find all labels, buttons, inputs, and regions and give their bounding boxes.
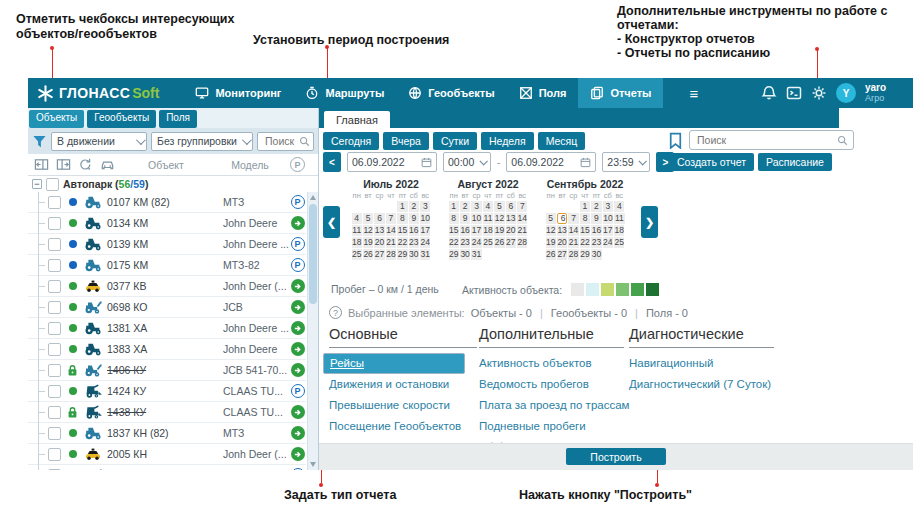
calendar-day[interactable]: 9 [460,213,470,224]
build-button[interactable]: Построить [566,448,666,465]
calendar-day[interactable]: 14 [568,225,578,236]
row-checkbox[interactable] [48,259,61,272]
calendar-day[interactable]: 27 [374,249,384,260]
row-checkbox[interactable] [48,280,61,293]
calendar-day[interactable]: 11 [614,213,624,224]
calendar-day[interactable]: 19 [363,237,373,248]
calendar-day[interactable]: 14 [386,225,396,236]
calendar-day[interactable]: 7 [568,213,578,224]
column-header-object[interactable]: Объект [122,159,210,171]
calendar-day[interactable]: 6 [374,213,384,224]
table-row[interactable]: 1424 КУCLAAS TU...P [28,381,306,402]
column-header-model[interactable]: Модель [217,159,283,171]
calendar-day[interactable]: 31 [420,249,430,260]
table-row[interactable]: 0139 КМJohn Deere ...P [28,234,306,255]
nav-item-0[interactable]: Мониторинг [183,78,293,108]
report-type-item[interactable]: Движения и остановки [329,374,477,395]
calendar-day[interactable]: 8 [397,213,407,224]
table-row[interactable]: 0107 КМ (82)МТЗP [28,192,306,213]
calendar-day[interactable]: 17 [603,225,613,236]
user-block[interactable]: yaro Агро [865,83,909,103]
row-checkbox[interactable] [48,343,61,356]
calendar-day[interactable]: 30 [460,249,470,260]
row-checkbox[interactable] [48,238,61,251]
table-row[interactable]: 0175 КММТЗ-82P [28,255,306,276]
calendar-day[interactable]: 21 [386,237,396,248]
calendar-day[interactable]: 9 [591,213,601,224]
time-to-select[interactable]: 23:59 [602,152,650,172]
table-row[interactable]: 1381 ХАJohn Deere ... [28,318,306,339]
calendar-day[interactable]: 27 [506,237,516,248]
report-type-item[interactable]: Подневные пробеги [479,416,624,437]
calendar-day[interactable]: 26 [546,249,556,260]
report-type-item[interactable]: Активность объектов [479,353,624,374]
row-checkbox[interactable] [48,322,61,335]
calendar-day[interactable]: 3 [603,201,613,212]
vertical-scrollbar[interactable] [307,192,318,470]
calendar-day[interactable]: 5 [494,201,504,212]
create-report-button[interactable]: Создать отчет [669,153,754,171]
calendar-day[interactable]: 25 [483,237,493,248]
row-checkbox[interactable] [48,364,61,377]
report-type-item[interactable]: Рейсы [323,353,465,374]
calendar-day[interactable]: 20 [506,225,516,236]
report-type-item[interactable]: Плата за проезд по трассам [479,395,624,416]
calendar-day[interactable]: 29 [580,249,590,260]
calendar-day[interactable]: 10 [420,213,430,224]
calendar-day[interactable]: 14 [517,213,527,224]
calendar-day[interactable]: 21 [517,225,527,236]
calendar-day[interactable]: 29 [397,249,407,260]
calendar-day[interactable]: 23 [409,237,419,248]
calendar-day[interactable]: 4 [483,201,493,212]
scroll-down-arrow[interactable] [310,462,316,467]
calendar-prev-button[interactable]: ❮ [323,206,340,238]
row-checkbox[interactable] [48,406,61,419]
calendar-day[interactable]: 10 [471,213,481,224]
calendar-day[interactable]: 24 [420,237,430,248]
calendar-day[interactable]: 5 [546,213,556,224]
row-checkbox[interactable] [48,196,61,209]
report-type-item[interactable]: Превышение скорости [329,395,477,416]
calendar-day[interactable]: 22 [580,237,590,248]
table-row[interactable]: 2479 УРJohn Deere ...P [28,465,306,470]
quick-range-3[interactable]: Неделя [481,132,534,150]
refresh-icon[interactable] [78,157,93,172]
expand-panel-icon[interactable] [56,157,71,172]
calendar-day[interactable]: 16 [409,225,419,236]
calendar-day[interactable]: 3 [471,201,481,212]
table-row[interactable]: 0377 КВJonh Deer (... [28,276,306,297]
period-next-button[interactable]: > [656,152,674,172]
calendar-day[interactable]: 13 [506,213,516,224]
calendar-day[interactable]: 31 [471,249,481,260]
calendar-day[interactable]: 26 [494,237,504,248]
calendar-day[interactable]: 28 [517,237,527,248]
collapse-panel-icon[interactable] [34,157,49,172]
calendar-day[interactable]: 15 [397,225,407,236]
menu-icon[interactable]: ≡ [677,85,711,102]
quick-range-2[interactable]: Сутки [433,132,477,150]
nav-item-3[interactable]: Поля [507,78,579,108]
nav-item-1[interactable]: Маршруты [293,78,396,108]
calendar-day[interactable]: 12 [494,213,504,224]
row-checkbox[interactable] [48,469,61,471]
calendar-day[interactable]: 1 [449,201,459,212]
quick-range-1[interactable]: Вчера [383,132,429,150]
table-row[interactable]: 1438 КУCLAAS TU... [28,402,306,423]
calendar-day[interactable]: 3 [420,201,430,212]
bookmark-icon[interactable] [667,132,684,149]
calendar-day[interactable]: 17 [420,225,430,236]
notifications-bell-icon[interactable] [761,85,777,101]
calendar-day[interactable]: 18 [614,225,624,236]
calendar-day[interactable]: 9 [409,213,419,224]
user-avatar[interactable]: Y [836,83,856,103]
calendar-day[interactable]: 22 [449,237,459,248]
row-checkbox[interactable] [48,301,61,314]
calendar-day[interactable]: 25 [352,249,362,260]
table-row[interactable]: 1383 ХАJohn Deere [28,339,306,360]
calendar-day[interactable]: 8 [580,213,590,224]
calendar-day[interactable]: 18 [483,225,493,236]
nav-item-4[interactable]: Отчеты [578,78,663,108]
calendar-day[interactable]: 18 [352,237,362,248]
settings-gear-icon[interactable] [811,85,827,101]
help-question-icon[interactable]: ? [329,306,342,319]
